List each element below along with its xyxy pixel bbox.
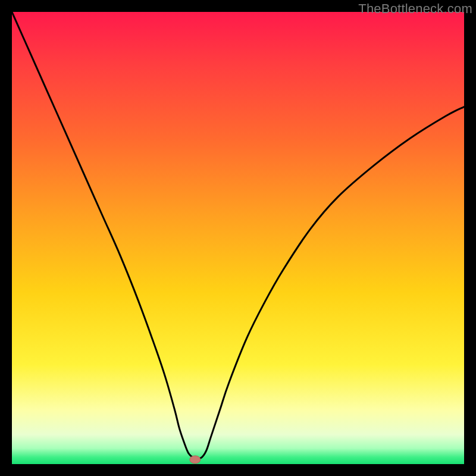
gradient-background [12,12,464,464]
chart-frame [12,12,464,464]
optimal-point-marker [190,456,201,464]
bottleneck-chart [12,12,464,464]
watermark-text: TheBottleneck.com [358,1,472,17]
